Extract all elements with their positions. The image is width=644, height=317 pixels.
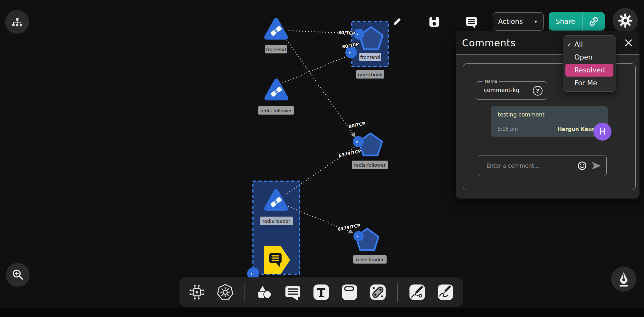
hierarchy-layout-button[interactable] bbox=[5, 10, 29, 34]
shapes-tool-icon[interactable] bbox=[255, 283, 274, 301]
emoji-icon[interactable] bbox=[577, 161, 587, 171]
service-label: redis-leader bbox=[263, 219, 291, 224]
comment-input-row bbox=[478, 155, 607, 176]
kubernetes-tool-icon[interactable] bbox=[216, 283, 234, 301]
edit-pencil-icon[interactable] bbox=[391, 16, 403, 27]
pen-arrow-tool-icon[interactable] bbox=[408, 283, 426, 301]
filter-option-label: Resolved bbox=[574, 66, 605, 74]
filter-option-open[interactable]: Open bbox=[563, 51, 616, 64]
workload-label: redis-leader bbox=[356, 257, 384, 262]
endpoint-circle[interactable] bbox=[353, 136, 364, 147]
send-icon[interactable] bbox=[591, 162, 601, 170]
endpoint-circle[interactable] bbox=[353, 231, 364, 241]
avatar[interactable]: H bbox=[593, 123, 611, 141]
pen-nib-icon bbox=[616, 271, 631, 287]
name-field-value: comment-kg bbox=[484, 87, 520, 93]
pencil-scribble-tool-icon[interactable] bbox=[437, 283, 455, 301]
frame-tool-icon[interactable] bbox=[341, 283, 359, 301]
caret-down-icon: ▾ bbox=[534, 19, 537, 24]
filter-option-resolved[interactable]: Resolved bbox=[565, 64, 613, 77]
pen-tool-button[interactable] bbox=[611, 266, 636, 292]
name-field-label: Name bbox=[483, 79, 499, 84]
comment-name-field[interactable]: Name comment-kg ? bbox=[476, 81, 547, 100]
workload-label: redis-follower bbox=[354, 163, 386, 168]
share-button-label: Share bbox=[549, 12, 582, 31]
comments-filter-menu: ✓ All Open Resolved For Me bbox=[563, 35, 616, 92]
edge-port-label: 80/TCP bbox=[338, 30, 356, 36]
edge-port-label: 6379/TCP bbox=[338, 148, 361, 158]
comment-timestamp: 5:16 pm bbox=[498, 126, 518, 132]
edge-port-label: 80/TCP bbox=[348, 121, 366, 129]
close-icon bbox=[625, 39, 632, 47]
comment-author: Hargun Kaur bbox=[558, 126, 594, 132]
close-panel-button[interactable] bbox=[625, 39, 632, 47]
edge-port-label: 6379/TCP bbox=[337, 223, 361, 232]
arrowhead bbox=[348, 229, 355, 235]
comment-input[interactable] bbox=[486, 162, 577, 169]
service-label: frontend bbox=[266, 47, 286, 52]
edge-redis-follower-svc-to-guestbook[interactable] bbox=[283, 55, 350, 83]
comment-text: testing comment bbox=[498, 111, 544, 118]
toolbar-divider bbox=[245, 283, 245, 302]
bottom-toolbar bbox=[179, 277, 463, 307]
filter-option-all[interactable]: ✓ All bbox=[563, 38, 616, 51]
endpoint-dot bbox=[349, 52, 351, 53]
endpoint-dot bbox=[356, 141, 358, 143]
help-icon[interactable]: ? bbox=[533, 86, 543, 96]
comments-panel-title: Comments bbox=[462, 37, 516, 49]
group-label: guestbook bbox=[358, 72, 383, 77]
workload-label: frontend bbox=[360, 55, 380, 60]
save-icon[interactable] bbox=[428, 16, 440, 28]
hierarchy-tree-icon bbox=[11, 15, 24, 28]
share-button[interactable]: Share bbox=[549, 12, 605, 31]
zoom-button[interactable] bbox=[6, 263, 30, 287]
link-icon bbox=[589, 17, 599, 26]
window-bottom-edge bbox=[0, 308, 644, 317]
service-label: redis-follower bbox=[260, 108, 292, 113]
filter-option-for-me[interactable]: For Me bbox=[563, 77, 616, 89]
copy-link-button[interactable] bbox=[582, 12, 605, 31]
edge-frontend-to-redis-follower-pod[interactable] bbox=[287, 40, 354, 135]
toolbar-divider bbox=[397, 283, 398, 302]
chip-tool-icon[interactable] bbox=[188, 283, 206, 301]
connection-tool-icon[interactable] bbox=[369, 283, 387, 301]
filter-option-label: All bbox=[574, 41, 583, 48]
endpoint-dot bbox=[357, 34, 358, 35]
gear-icon bbox=[618, 13, 633, 28]
endpoint-dot bbox=[251, 273, 252, 275]
filter-option-label: Open bbox=[574, 53, 592, 61]
settings-button[interactable] bbox=[613, 8, 638, 33]
comment-item[interactable]: testing comment 5:16 pm Hargun Kaur bbox=[491, 106, 608, 137]
service-node-frontend[interactable] bbox=[266, 20, 286, 37]
app-window: frontend frontend guestbook redis-follow… bbox=[0, 0, 644, 317]
actions-button[interactable]: Actions ▾ bbox=[493, 12, 544, 31]
filter-option-label: For Me bbox=[574, 79, 597, 87]
workload-node-redis-leader[interactable] bbox=[353, 228, 379, 250]
actions-button-label: Actions bbox=[493, 13, 528, 30]
actions-dropdown-caret[interactable]: ▾ bbox=[528, 13, 543, 30]
text-tool-icon[interactable] bbox=[312, 283, 330, 301]
comments-toggle-icon[interactable] bbox=[465, 16, 477, 29]
comment-tool-icon[interactable] bbox=[284, 283, 302, 301]
check-icon: ✓ bbox=[567, 41, 572, 48]
zoom-in-icon bbox=[11, 268, 25, 282]
endpoint-dot bbox=[357, 236, 358, 237]
service-node-redis-follower[interactable] bbox=[267, 81, 286, 98]
